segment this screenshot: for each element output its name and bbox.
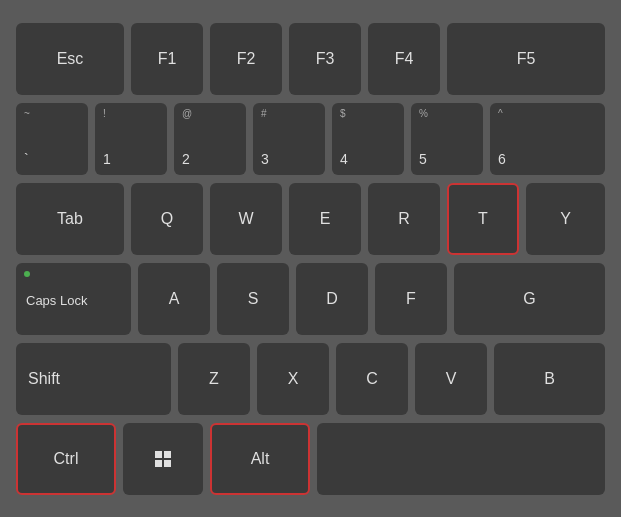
key-a[interactable]: A [138,263,210,335]
key-f2[interactable]: F2 [210,23,282,95]
key-t[interactable]: T [447,183,519,255]
key-shift[interactable]: Shift [16,343,171,415]
key-e[interactable]: E [289,183,361,255]
key-3[interactable]: # 3 [253,103,325,175]
windows-icon [155,451,171,467]
key-space[interactable] [317,423,605,495]
key-g[interactable]: G [454,263,605,335]
key-win[interactable] [123,423,203,495]
key-esc[interactable]: Esc [16,23,124,95]
key-f5[interactable]: F5 [447,23,605,95]
key-alt[interactable]: Alt [210,423,310,495]
qwerty-row: Tab Q W E R T Y [16,183,605,255]
key-1[interactable]: ! 1 [95,103,167,175]
key-z[interactable]: Z [178,343,250,415]
fn-row: Esc F1 F2 F3 F4 F5 [16,23,605,95]
key-f3[interactable]: F3 [289,23,361,95]
key-f4[interactable]: F4 [368,23,440,95]
key-4[interactable]: $ 4 [332,103,404,175]
number-row: ~ ` ! 1 @ 2 # 3 $ 4 % 5 ^ 6 [16,103,605,175]
key-r[interactable]: R [368,183,440,255]
bottom-row: Ctrl Alt [16,423,605,495]
key-5[interactable]: % 5 [411,103,483,175]
asdf-row: Caps Lock A S D F G [16,263,605,335]
capslock-indicator [24,271,30,277]
key-v[interactable]: V [415,343,487,415]
key-capslock[interactable]: Caps Lock [16,263,131,335]
key-tab[interactable]: Tab [16,183,124,255]
key-q[interactable]: Q [131,183,203,255]
zxcv-row: Shift Z X C V B [16,343,605,415]
key-x[interactable]: X [257,343,329,415]
key-2[interactable]: @ 2 [174,103,246,175]
key-w[interactable]: W [210,183,282,255]
key-y[interactable]: Y [526,183,605,255]
key-f1[interactable]: F1 [131,23,203,95]
key-s[interactable]: S [217,263,289,335]
key-f[interactable]: F [375,263,447,335]
key-6[interactable]: ^ 6 [490,103,605,175]
key-ctrl[interactable]: Ctrl [16,423,116,495]
key-b[interactable]: B [494,343,605,415]
key-backtick[interactable]: ~ ` [16,103,88,175]
key-d[interactable]: D [296,263,368,335]
key-c[interactable]: C [336,343,408,415]
keyboard: Esc F1 F2 F3 F4 F5 ~ ` ! 1 @ 2 [0,0,621,517]
